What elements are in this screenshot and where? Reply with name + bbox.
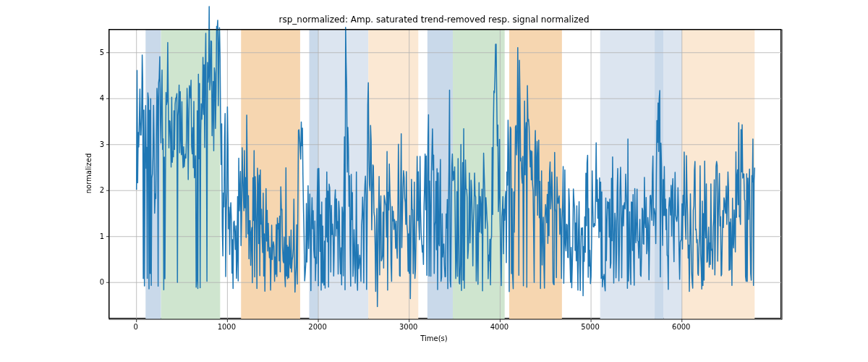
x-axis-label: Time(s): [0, 334, 868, 342]
figure: rsp_normalized: Amp. saturated trend-rem…: [0, 0, 868, 362]
y-tick-label: 1: [93, 232, 104, 240]
x-tick-label: 5000: [581, 323, 599, 331]
y-tick-label: 4: [93, 94, 104, 102]
x-tick-label: 1000: [218, 323, 236, 331]
y-tick-label: 5: [93, 48, 104, 56]
x-tick-label: 4000: [490, 323, 509, 331]
y-tick-label: 3: [93, 140, 104, 148]
plot-axes: [109, 29, 781, 319]
x-tick-label: 6000: [672, 323, 690, 331]
y-tick-label: 2: [93, 186, 104, 194]
chart-title: rsp_normalized: Amp. saturated trend-rem…: [0, 14, 868, 25]
y-tick-label: 0: [93, 278, 104, 286]
y-axis-label: normalized: [85, 153, 93, 194]
x-tick-label: 0: [134, 323, 138, 331]
x-tick-label: 3000: [399, 323, 417, 331]
x-tick-label: 2000: [308, 323, 326, 331]
plot-svg: [109, 30, 782, 319]
